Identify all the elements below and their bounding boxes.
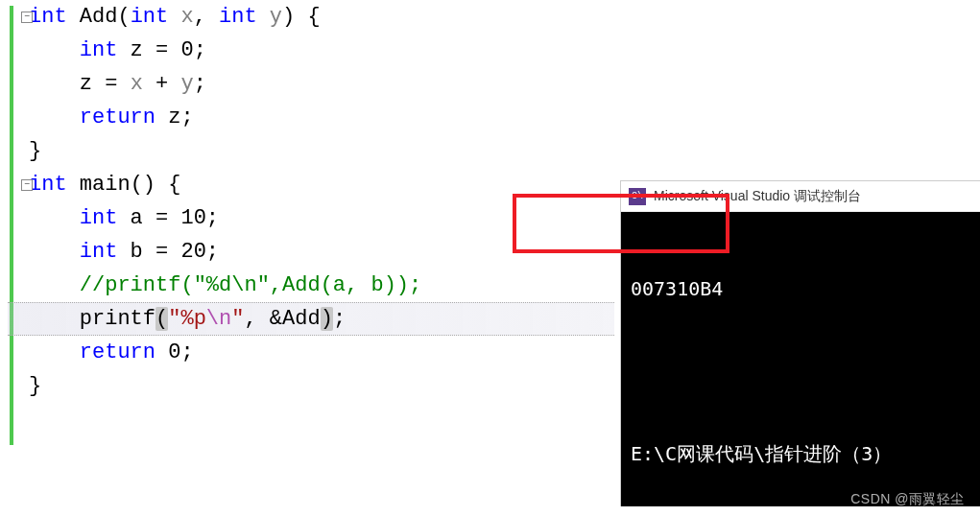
code-line: return z; [8,101,614,134]
code-line: − int Add(int x, int y) { [8,0,614,34]
vs-logo-icon: C\ [629,188,646,205]
code-line-active: printf("%p\n", &Add); [8,302,614,336]
code-line: } [8,134,614,168]
code-editor[interactable]: − int Add(int x, int y) { int z = 0; z =… [0,0,614,516]
code-line: //printf("%d\n",Add(a, b)); [8,269,614,302]
code-line: int z = 0; [8,34,614,67]
output-line: 007310B4 [631,275,970,302]
debug-console-window: C\ Microsoft Visual Studio 调试控制台 007310B… [620,180,980,506]
code-line: } [8,369,614,403]
fold-minus-icon[interactable]: − [21,12,33,23]
code-line: int b = 20; [8,235,614,269]
fold-minus-icon[interactable]: − [21,179,33,191]
code-line: int a = 10; [8,201,614,235]
window-titlebar[interactable]: C\ Microsoft Visual Studio 调试控制台 [621,181,980,212]
output-line [631,358,970,385]
code-line: return 0; [8,336,614,369]
output-line: E:\C网课代码\指针进阶（3） [631,440,970,467]
window-title: Microsoft Visual Studio 调试控制台 [654,188,861,205]
code-line: z = x + y; [8,67,614,101]
code-line: − int main() { [8,168,614,201]
console-output[interactable]: 007310B4 E:\C网课代码\指针进阶（3） 要在调试停止时自动关闭控制 … [621,212,980,506]
